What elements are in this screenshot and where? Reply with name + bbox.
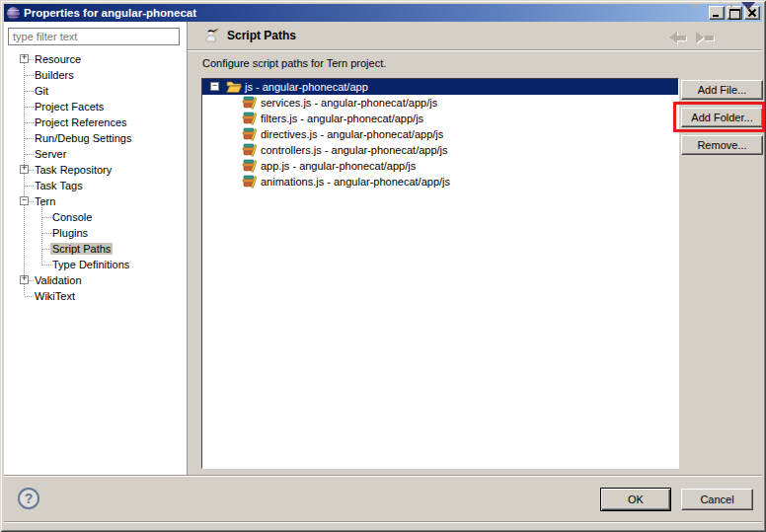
list-item-script[interactable]: filters.js - angular-phonecat/app/js: [202, 111, 678, 126]
view-menu-icon[interactable]: [741, 2, 755, 10]
minimize-button[interactable]: [709, 6, 725, 20]
sidebar-item-resource[interactable]: + Resource: [4, 51, 187, 67]
titlebar[interactable]: Properties for angular-phonecat: [4, 4, 762, 22]
page-title: Script Paths: [227, 29, 296, 42]
list-item-script[interactable]: animations.js - angular-phonecat/app/js: [202, 174, 678, 190]
sidebar-item-wikitext[interactable]: WikiText: [4, 288, 187, 304]
properties-sidebar: + Resource Builders Git Project Facets P…: [4, 22, 187, 475]
header-separator: [188, 49, 762, 51]
sidebar-item-task-repository[interactable]: + Task Repository: [4, 162, 187, 178]
window-title: Properties for angular-phonecat: [24, 7, 196, 19]
add-file-button[interactable]: Add File...: [681, 80, 763, 100]
js-module-icon: [242, 159, 258, 175]
sidebar-item-plugins[interactable]: Plugins: [4, 225, 187, 241]
panel-divider: [187, 22, 188, 475]
sidebar-item-validation[interactable]: + Validation: [4, 272, 187, 288]
sidebar-item-run-debug-settings[interactable]: Run/Debug Settings: [4, 130, 187, 146]
list-item-root-folder[interactable]: − js - angular-phonecat/app: [202, 79, 678, 95]
expand-icon[interactable]: +: [20, 275, 29, 284]
properties-dialog: Properties for angular-phonecat + Resour…: [0, 0, 766, 532]
footer-separator: [4, 475, 762, 477]
collapse-icon[interactable]: −: [210, 82, 219, 91]
filter-input[interactable]: [8, 28, 180, 45]
sidebar-item-task-tags[interactable]: Task Tags: [4, 178, 187, 193]
sidebar-item-git[interactable]: Git: [4, 83, 187, 99]
cancel-button[interactable]: Cancel: [681, 489, 753, 510]
sidebar-item-project-references[interactable]: Project References: [4, 114, 187, 130]
back-history-chevron-down-icon[interactable]: [692, 4, 698, 8]
sidebar-item-script-paths[interactable]: Script Paths: [4, 241, 187, 257]
js-module-icon: [242, 175, 258, 190]
js-module-icon: [242, 143, 258, 159]
remove-button[interactable]: Remove...: [681, 135, 763, 155]
list-item-script[interactable]: controllers.js - angular-phonecat/app/js: [202, 142, 678, 158]
open-folder-icon: [226, 80, 242, 96]
sidebar-item-type-definitions[interactable]: Type Definitions: [4, 257, 187, 272]
highlight-annotation: [673, 102, 765, 132]
page-description: Configure script paths for Tern project.: [202, 57, 386, 69]
eclipse-logo-icon: [7, 7, 20, 20]
ok-button[interactable]: OK: [600, 488, 671, 511]
js-module-icon: [242, 112, 258, 127]
sidebar-item-tern[interactable]: − Tern: [4, 193, 187, 209]
list-item-script[interactable]: directives.js - angular-phonecat/app/js: [202, 126, 678, 142]
list-item-script[interactable]: app.js - angular-phonecat/app/js: [202, 158, 678, 174]
forward-history-chevron-down-icon[interactable]: [728, 4, 734, 8]
tern-bird-icon: [203, 27, 220, 47]
js-module-icon: [242, 96, 258, 112]
sidebar-item-project-facets[interactable]: Project Facets: [4, 99, 187, 114]
sidebar-item-builders[interactable]: Builders: [4, 67, 187, 83]
js-module-icon: [242, 127, 258, 143]
window-bottom-edge: [4, 521, 762, 523]
expand-icon[interactable]: +: [20, 165, 29, 174]
properties-tree: + Resource Builders Git Project Facets P…: [4, 51, 187, 304]
script-paths-list[interactable]: − js - angular-phonecat/app services.js …: [201, 78, 679, 469]
expand-icon[interactable]: +: [20, 54, 29, 63]
sidebar-item-server[interactable]: Server: [4, 146, 187, 162]
maximize-button[interactable]: [727, 6, 742, 20]
sidebar-item-console[interactable]: Console: [4, 209, 187, 225]
help-button[interactable]: ?: [18, 488, 39, 509]
collapse-icon[interactable]: −: [20, 196, 29, 205]
list-item-script[interactable]: services.js - angular-phonecat/app/js: [202, 95, 678, 111]
